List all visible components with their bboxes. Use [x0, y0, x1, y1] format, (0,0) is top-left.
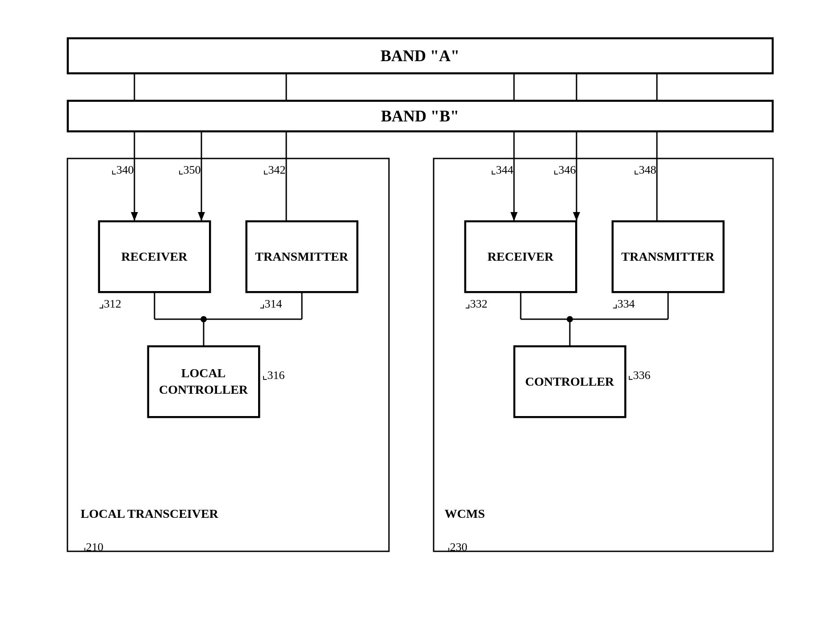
right-transmitter-box: TRANSMITTER [612, 221, 724, 292]
band-a-box: BAND "A" [67, 38, 773, 74]
right-controller-box: CONTROLLER [514, 346, 626, 417]
svg-marker-28 [510, 212, 518, 221]
ref-350: ⌞350 [178, 163, 201, 177]
left-transmitter-box: TRANSMITTER [246, 221, 358, 292]
ref-332: ⌟332 [465, 297, 488, 311]
left-controller-box: LOCALCONTROLLER [148, 346, 259, 417]
ref-336: ⌞336 [628, 368, 651, 382]
ref-334: ⌟334 [612, 297, 635, 311]
local-transceiver-label: LOCAL TRANSCEIVER [81, 507, 218, 521]
diagram: BAND "A" BAND "B" LOCAL TRANSCEIVER WCMS… [41, 29, 800, 600]
svg-marker-14 [131, 212, 138, 221]
ref-348: ⌞348 [634, 163, 656, 177]
left-receiver-box: RECEIVER [99, 221, 210, 292]
wcms-label: WCMS [445, 507, 485, 521]
ref-210: ⌟210 [81, 540, 104, 554]
ref-342: ⌞342 [263, 163, 286, 177]
svg-point-43 [201, 316, 207, 322]
ref-346: ⌞346 [553, 163, 576, 177]
band-b-box: BAND "B" [67, 100, 773, 132]
ref-344: ⌞344 [491, 163, 514, 177]
svg-point-48 [567, 316, 573, 322]
ref-340: ⌞340 [111, 163, 134, 177]
ref-312: ⌟312 [99, 297, 121, 311]
ref-316: ⌞316 [262, 368, 285, 382]
svg-marker-18 [198, 212, 205, 221]
svg-marker-33 [573, 212, 580, 221]
ref-230: ⌟230 [445, 540, 468, 554]
right-receiver-box: RECEIVER [465, 221, 577, 292]
ref-314: ⌟314 [259, 297, 282, 311]
